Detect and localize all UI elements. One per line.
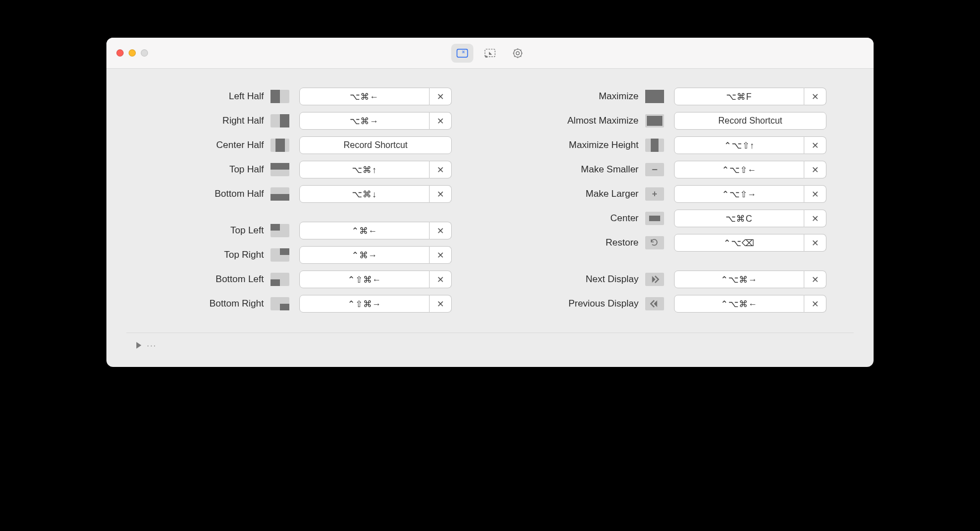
label-maximize: Maximize xyxy=(501,91,645,102)
footer-dots: ··· xyxy=(147,341,157,350)
clear-shortcut-previous-display[interactable]: ✕ xyxy=(804,295,826,313)
right-half-icon xyxy=(270,114,289,127)
label-top-right: Top Right xyxy=(126,249,270,261)
row-right-half: Right Half⌥⌘→✕ xyxy=(126,109,479,133)
clear-shortcut-top-half[interactable]: ✕ xyxy=(430,161,452,178)
record-shortcut-almost-maximize[interactable]: Record Shortcut xyxy=(674,112,826,130)
toolbar-tab-shortcuts[interactable]: ⌘ xyxy=(451,44,473,63)
center-win-icon xyxy=(645,212,664,225)
shortcut-field-bottom-left[interactable]: ⌃⇧⌘← xyxy=(299,270,430,288)
svg-text:⌘: ⌘ xyxy=(462,50,465,54)
label-left-half: Left Half xyxy=(126,91,270,102)
snap-areas-icon xyxy=(484,48,496,59)
label-next-display: Next Display xyxy=(501,274,645,285)
label-previous-display: Previous Display xyxy=(501,298,645,309)
label-make-smaller: Make Smaller xyxy=(501,164,645,175)
label-center-half: Center Half xyxy=(126,140,270,151)
row-almost-maximize: Almost MaximizeRecord Shortcut xyxy=(501,109,854,133)
shortcut-field-maximize-height[interactable]: ⌃⌥⇧↑ xyxy=(674,136,804,154)
shortcut-field-make-larger[interactable]: ⌃⌥⇧→ xyxy=(674,185,804,203)
label-almost-maximize: Almost Maximize xyxy=(501,115,645,126)
row-previous-display: Previous Display⌃⌥⌘←✕ xyxy=(501,292,854,316)
clear-shortcut-maximize-height[interactable]: ✕ xyxy=(804,136,826,154)
clear-shortcut-top-right[interactable]: ✕ xyxy=(430,246,452,264)
shortcut-field-next-display[interactable]: ⌃⌥⌘→ xyxy=(674,270,804,288)
clear-shortcut-bottom-half[interactable]: ✕ xyxy=(430,185,452,203)
shortcut-field-make-smaller[interactable]: ⌃⌥⇧← xyxy=(674,161,804,178)
clear-shortcut-restore[interactable]: ✕ xyxy=(804,234,826,252)
shortcut-field-restore[interactable]: ⌃⌥⌫ xyxy=(674,234,804,252)
close-window-button[interactable] xyxy=(116,49,124,57)
svg-line-9 xyxy=(514,49,515,50)
clear-shortcut-next-display[interactable]: ✕ xyxy=(804,270,826,288)
row-top-right: Top Right⌃⌘→✕ xyxy=(126,243,479,267)
label-right-half: Right Half xyxy=(126,115,270,126)
center-half-icon xyxy=(270,139,289,152)
clear-shortcut-top-left[interactable]: ✕ xyxy=(430,222,452,239)
row-make-smaller: Make Smaller⌃⌥⇧←✕ xyxy=(501,157,854,182)
minimize-window-button[interactable] xyxy=(129,49,136,57)
label-top-left: Top Left xyxy=(126,225,270,236)
label-maximize-height: Maximize Height xyxy=(501,140,645,151)
label-bottom-right: Bottom Right xyxy=(126,298,270,309)
row-left-half: Left Half⌥⌘←✕ xyxy=(126,84,479,109)
clear-shortcut-maximize[interactable]: ✕ xyxy=(804,88,826,105)
row-restore: Restore⌃⌥⌫✕ xyxy=(501,231,854,255)
row-next-display: Next Display⌃⌥⌘→✕ xyxy=(501,267,854,292)
clear-shortcut-bottom-left[interactable]: ✕ xyxy=(430,270,452,288)
shortcut-field-right-half[interactable]: ⌥⌘→ xyxy=(299,112,430,130)
left-column: Left Half⌥⌘←✕Right Half⌥⌘→✕Center HalfRe… xyxy=(126,84,479,328)
shortcut-field-left-half[interactable]: ⌥⌘← xyxy=(299,88,430,105)
titlebar: ⌘ xyxy=(106,38,874,69)
shortcut-field-center[interactable]: ⌥⌘C xyxy=(674,210,804,227)
shortcut-field-bottom-half[interactable]: ⌥⌘↓ xyxy=(299,185,430,203)
row-bottom-left: Bottom Left⌃⇧⌘←✕ xyxy=(126,267,479,292)
right-column: Maximize⌥⌘F✕Almost MaximizeRecord Shortc… xyxy=(501,84,854,328)
label-center: Center xyxy=(501,213,645,224)
toolbar-tab-settings[interactable] xyxy=(507,44,529,63)
maximize-icon xyxy=(645,90,664,103)
max-height-icon xyxy=(645,139,664,152)
footer-expander[interactable]: ··· xyxy=(126,333,854,357)
make-smaller-icon xyxy=(645,163,664,176)
label-bottom-left: Bottom Left xyxy=(126,274,270,285)
label-make-larger: Make Larger xyxy=(501,188,645,200)
shortcut-field-maximize[interactable]: ⌥⌘F xyxy=(674,88,804,105)
clear-shortcut-left-half[interactable]: ✕ xyxy=(430,88,452,105)
row-maximize-height: Maximize Height⌃⌥⇧↑✕ xyxy=(501,133,854,157)
clear-shortcut-make-smaller[interactable]: ✕ xyxy=(804,161,826,178)
zoom-window-button xyxy=(141,49,148,57)
bottom-left-icon xyxy=(270,273,289,286)
shortcut-field-top-half[interactable]: ⌥⌘↑ xyxy=(299,161,430,178)
row-bottom-half: Bottom Half⌥⌘↓✕ xyxy=(126,182,479,206)
shortcut-field-top-right[interactable]: ⌃⌘→ xyxy=(299,246,430,264)
disclosure-triangle-icon xyxy=(136,342,141,349)
top-half-icon xyxy=(270,163,289,176)
label-top-half: Top Half xyxy=(126,164,270,175)
record-shortcut-center-half[interactable]: Record Shortcut xyxy=(299,136,452,154)
shortcut-field-bottom-right[interactable]: ⌃⇧⌘→ xyxy=(299,295,430,313)
shortcut-field-top-left[interactable]: ⌃⌘← xyxy=(299,222,430,239)
label-restore: Restore xyxy=(501,237,645,248)
clear-shortcut-center[interactable]: ✕ xyxy=(804,210,826,227)
clear-shortcut-bottom-right[interactable]: ✕ xyxy=(430,295,452,313)
almost-max-icon xyxy=(645,114,664,127)
shortcut-field-previous-display[interactable]: ⌃⌥⌘← xyxy=(674,295,804,313)
toolbar-tab-snap[interactable] xyxy=(479,44,501,63)
clear-shortcut-make-larger[interactable]: ✕ xyxy=(804,185,826,203)
row-top-half: Top Half⌥⌘↑✕ xyxy=(126,157,479,182)
svg-line-11 xyxy=(520,49,522,50)
left-half-icon xyxy=(270,90,289,103)
row-bottom-right: Bottom Right⌃⇧⌘→✕ xyxy=(126,292,479,316)
content: Left Half⌥⌘←✕Right Half⌥⌘→✕Center HalfRe… xyxy=(106,69,874,367)
row-center: Center⌥⌘C✕ xyxy=(501,206,854,231)
traffic-lights xyxy=(116,49,148,57)
prev-display-icon xyxy=(645,297,664,310)
row-make-larger: Make Larger⌃⌥⇧→✕ xyxy=(501,182,854,206)
bottom-right-icon xyxy=(270,297,289,310)
row-center-half: Center HalfRecord Shortcut xyxy=(126,133,479,157)
clear-shortcut-right-half[interactable]: ✕ xyxy=(430,112,452,130)
next-display-icon xyxy=(645,273,664,286)
gear-icon xyxy=(512,48,524,59)
label-bottom-half: Bottom Half xyxy=(126,188,270,200)
